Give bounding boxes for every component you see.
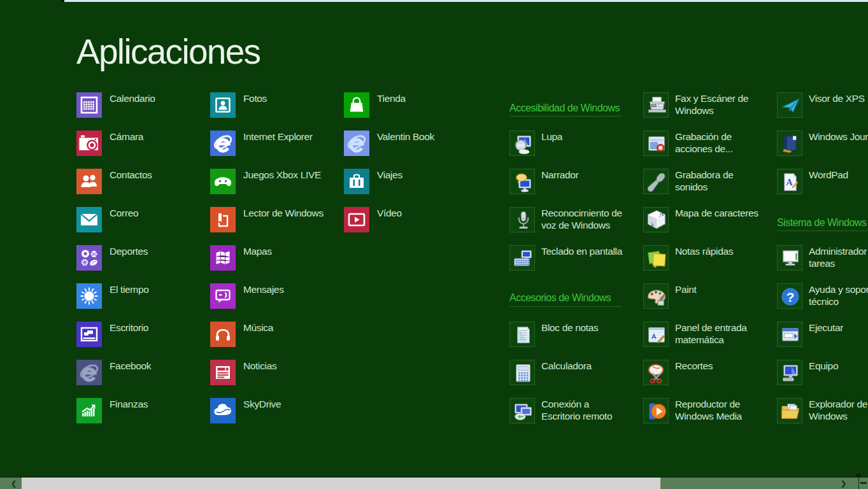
svg-text:λ: λ: [651, 221, 655, 230]
svg-text:?: ?: [786, 290, 795, 304]
svg-text:A: A: [786, 177, 793, 187]
